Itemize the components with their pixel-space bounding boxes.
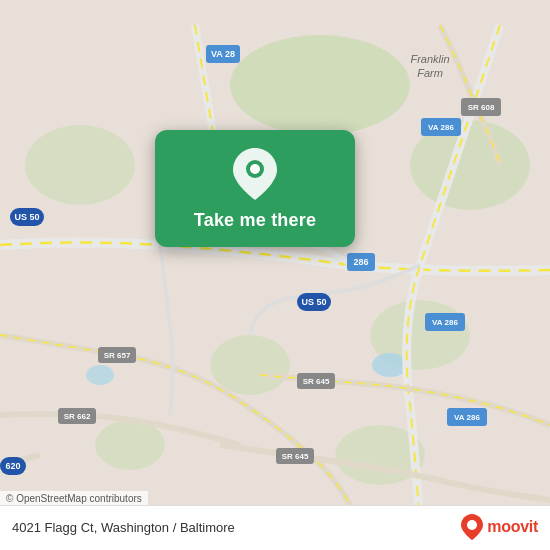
- address-label: 4021 Flagg Ct, Washington / Baltimore: [12, 520, 235, 535]
- location-pin-icon: [229, 148, 281, 200]
- take-me-there-card[interactable]: Take me there: [155, 130, 355, 247]
- svg-text:Farm: Farm: [417, 67, 443, 79]
- svg-text:SR 645: SR 645: [303, 377, 330, 386]
- svg-point-3: [210, 335, 290, 395]
- svg-text:US 50: US 50: [301, 297, 326, 307]
- svg-point-2: [25, 125, 135, 205]
- svg-point-38: [250, 164, 260, 174]
- svg-text:286: 286: [353, 257, 368, 267]
- svg-text:VA 286: VA 286: [428, 123, 454, 132]
- copyright-text: © OpenStreetMap contributors: [6, 493, 142, 504]
- svg-point-39: [467, 520, 477, 530]
- svg-point-4: [95, 420, 165, 470]
- svg-text:620: 620: [5, 461, 20, 471]
- svg-text:SR 645: SR 645: [282, 452, 309, 461]
- svg-text:VA 286: VA 286: [454, 413, 480, 422]
- svg-point-0: [230, 35, 410, 135]
- map-container: VA 28 US 50 US 50 286 SR 608 VA 286 VA 2…: [0, 0, 550, 550]
- copyright-bar: © OpenStreetMap contributors: [0, 491, 148, 506]
- svg-text:SR 662: SR 662: [64, 412, 91, 421]
- svg-text:SR 608: SR 608: [468, 103, 495, 112]
- moovit-pin-icon: [461, 514, 483, 540]
- bottom-bar: 4021 Flagg Ct, Washington / Baltimore mo…: [0, 505, 550, 550]
- map-svg: VA 28 US 50 US 50 286 SR 608 VA 286 VA 2…: [0, 0, 550, 550]
- moovit-brand-name: moovit: [487, 518, 538, 536]
- svg-text:SR 657: SR 657: [104, 351, 131, 360]
- svg-text:Franklin: Franklin: [410, 53, 449, 65]
- svg-text:VA 28: VA 28: [211, 49, 235, 59]
- take-me-there-label: Take me there: [194, 210, 316, 231]
- moovit-logo: moovit: [461, 514, 538, 540]
- svg-point-8: [86, 365, 114, 385]
- svg-text:VA 286: VA 286: [432, 318, 458, 327]
- svg-text:US 50: US 50: [14, 212, 39, 222]
